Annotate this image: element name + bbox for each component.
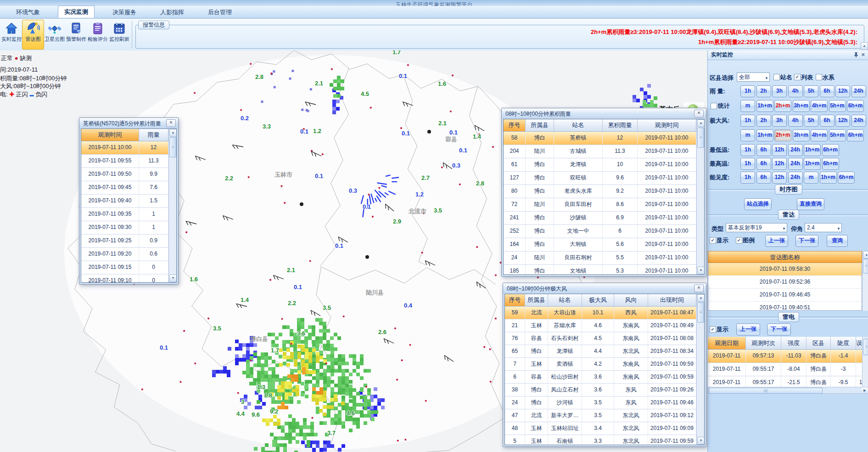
radar-query-button[interactable]: 查询: [827, 235, 848, 247]
period-button-2h[interactable]: 2h: [756, 85, 771, 97]
period-button-m[interactable]: m: [740, 129, 755, 141]
column-header[interactable]: 观测时次: [746, 337, 781, 350]
vertical-scrollbar[interactable]: ▲≡▼: [168, 129, 176, 282]
direct-query-button[interactable]: 直接查询: [797, 198, 824, 210]
period-button-4h[interactable]: 4h: [788, 85, 803, 97]
toolbar-button-1[interactable]: 实时监控: [0, 20, 22, 50]
period-button-6h[interactable]: 6h: [820, 85, 834, 97]
checkbox-水系[interactable]: [816, 74, 822, 80]
table-row[interactable]: 2019-07-11 09:250.9: [81, 234, 176, 248]
period-button-24h[interactable]: 24h: [851, 85, 866, 97]
menu-tab-3[interactable]: 决策服务: [106, 6, 142, 18]
radar-list-scrollbar[interactable]: ▲≡: [862, 251, 868, 311]
column-header[interactable]: 雨量: [139, 129, 168, 141]
period-button-1h[interactable]: 1h: [740, 85, 755, 97]
radar-list-header[interactable]: 雷达图名称: [708, 251, 862, 263]
table-row[interactable]: 2019-07-11 09:351: [81, 208, 176, 221]
period-button-1h+m[interactable]: 1h+m: [820, 172, 837, 184]
period-button-1h[interactable]: 1h: [740, 115, 755, 127]
column-header[interactable]: 站名: [548, 294, 582, 307]
radar-type-combo[interactable]: 基本反射率19▼: [726, 223, 787, 232]
chevron-down-icon[interactable]: ▼: [782, 225, 786, 232]
toolbar-button-6[interactable]: 监控刷新: [108, 20, 130, 50]
table-row[interactable]: 76容县石头石剑村4.5东南风2019-07-11 08:08: [505, 332, 704, 345]
period-button-6h+m[interactable]: 6h+m: [822, 144, 839, 156]
table-row[interactable]: 58博白英桥镇122019-07-11 10:00: [504, 132, 704, 145]
period-button-5h[interactable]: 5h: [804, 85, 818, 97]
column-header[interactable]: 区县: [806, 337, 831, 350]
chevron-down-icon[interactable]: ▼: [765, 74, 768, 82]
period-button-m[interactable]: m: [740, 100, 755, 112]
column-header[interactable]: 累积雨量: [603, 119, 638, 132]
scroll-up-icon[interactable]: ▲: [863, 251, 868, 259]
table-row[interactable]: 6容县松山沙田村3.6东南风2019-07-11 09:59: [505, 371, 704, 384]
period-button-12h[interactable]: 12h: [835, 85, 850, 97]
table-row[interactable]: 127博白双旺镇9.62019-07-11 10:00: [504, 172, 704, 185]
table-row[interactable]: 2019-07-11 09:509.9: [81, 168, 176, 181]
table-row[interactable]: 2019-07-11 10:0012: [81, 141, 176, 155]
period-button-1h+m[interactable]: 1h+m: [756, 100, 773, 112]
scroll-up-icon[interactable]: ▲: [697, 294, 705, 302]
table-row[interactable]: 59北流大容山顶10.1西风2019-07-11 08:47: [505, 307, 704, 319]
checkbox-legend[interactable]: ✔: [736, 237, 742, 244]
vertical-scrollbar[interactable]: ▲≡▼: [696, 119, 704, 274]
scroll-down-icon[interactable]: ▼: [697, 267, 705, 274]
scroll-up-icon[interactable]: ▲: [169, 129, 177, 137]
period-button-6h+m[interactable]: 6h+m: [847, 100, 864, 112]
scroll-thumb[interactable]: ≡: [169, 137, 176, 157]
table-row[interactable]: 2019-07-11 09:301: [81, 221, 176, 234]
table-row[interactable]: 48玉林玉林站旧址3.4东北风2019-07-11 09:09: [505, 422, 704, 435]
table-row[interactable]: 21玉林苏烟水库4.6东南风2019-07-11 09:49: [505, 319, 704, 332]
period-button-24h[interactable]: 24h: [788, 158, 803, 170]
toolbar-button-2[interactable]: 雷达图: [22, 20, 44, 50]
scroll-down-icon[interactable]: ▼: [169, 274, 177, 282]
lightning-next-button[interactable]: 下一张: [767, 324, 791, 335]
table-row[interactable]: 2019-07-11 09:150: [81, 261, 176, 274]
table-row[interactable]: 252博白文地一中62019-07-11 10:00: [504, 225, 704, 238]
table-row[interactable]: 72陆川良田车田村8.62019-07-11 10:00: [504, 198, 704, 212]
table-row[interactable]: 24陆川良田石垌村5.52019-07-11 10:00: [504, 251, 704, 265]
column-header[interactable]: 观测时间: [638, 119, 696, 132]
period-button-12h[interactable]: 12h: [772, 144, 787, 156]
period-button-5h[interactable]: 5h: [804, 115, 818, 127]
table-row[interactable]: 2019-07-11 09:5511.3: [81, 155, 176, 168]
table-row[interactable]: 204陆川古城镇11.32019-07-11 10:00: [504, 145, 704, 158]
table-row[interactable]: 2019-07-11 09:200.6: [81, 248, 176, 261]
column-header[interactable]: 序号: [504, 119, 526, 132]
column-header[interactable]: 序号: [505, 294, 525, 307]
column-header[interactable]: 所属县: [526, 119, 554, 132]
table-row[interactable]: 24博白沙河镇3.5东风2019-07-11 09:46: [505, 396, 704, 409]
vertical-scrollbar[interactable]: ▲≡▼: [696, 294, 704, 445]
table-row[interactable]: 2019-07-1109:55:17-8.04博白县-3: [708, 363, 868, 376]
column-header[interactable]: 陡度: [831, 337, 856, 350]
max-wind-window[interactable]: 08时~10时00分钟极大风✕序号所属县站名极大风风向出现时间59北流大容山顶1…: [503, 283, 706, 447]
column-header[interactable]: 观测时间: [81, 129, 139, 141]
period-button-5h+m[interactable]: 5h+m: [829, 129, 846, 141]
radar-list-item[interactable]: 2019-07-11 09:52:36: [708, 276, 862, 289]
period-button-2h+m[interactable]: 2h+m: [774, 129, 791, 141]
period-button-1h+m[interactable]: 1h+m: [756, 129, 773, 141]
menu-tab-2[interactable]: 实况监测: [58, 6, 95, 18]
radar-list-item[interactable]: 2019-07-11 09:58:30: [708, 263, 862, 276]
chevron-down-icon[interactable]: ▼: [837, 225, 840, 232]
period-button-24h[interactable]: 24h: [788, 172, 803, 184]
period-button-12h[interactable]: 12h: [772, 158, 787, 170]
table-row[interactable]: 7玉林卖酒镇4.2东南风2019-07-11 09:59: [505, 358, 704, 371]
period-button-4h+m[interactable]: 4h+m: [811, 100, 828, 112]
period-button-24h[interactable]: 24h: [851, 115, 866, 127]
period-button-3h[interactable]: 3h: [772, 85, 787, 97]
close-icon[interactable]: ✕: [166, 119, 176, 127]
menu-tab-5[interactable]: 后台管理: [202, 6, 238, 18]
table-row[interactable]: 47北流新丰大罗…3.5东北风2019-07-11 09:12: [505, 409, 704, 422]
lightning-prev-button[interactable]: 上一张: [736, 324, 760, 335]
accumulated-rain-window[interactable]: 08时~10时00分钟累积雨量✕序号所属县站名累积雨量观测时间58博白英桥镇12…: [501, 108, 706, 277]
table-row[interactable]: 2019-07-11 09:100: [81, 274, 176, 283]
period-button-4h+m[interactable]: 4h+m: [811, 129, 828, 141]
period-button-4h[interactable]: 4h: [788, 115, 803, 127]
period-button-1h+m[interactable]: 1h+m: [804, 144, 821, 156]
scroll-thumb[interactable]: ≡: [697, 302, 704, 323]
scroll-up-icon[interactable]: ▲: [697, 119, 705, 127]
column-header[interactable]: 极大风: [582, 294, 614, 307]
period-button-6h[interactable]: 6h: [756, 158, 771, 170]
checkbox-列表[interactable]: ✔: [794, 74, 801, 80]
